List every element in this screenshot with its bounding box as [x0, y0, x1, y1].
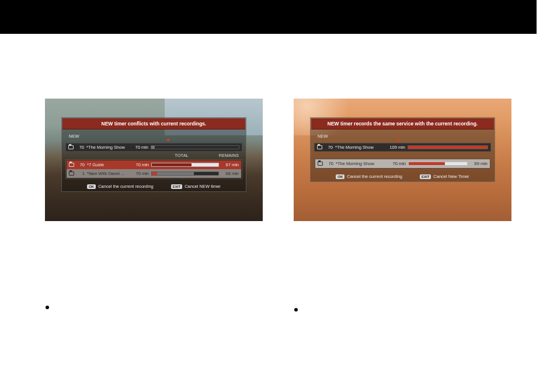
top-black-bar [0, 0, 537, 34]
progress-track [408, 162, 468, 166]
bullet-icon [46, 306, 49, 309]
th-remains: REMAINS [219, 153, 239, 158]
program-name: *7 Guide [87, 162, 129, 167]
table-row[interactable]: 1 *9am With David ... 70 min 68 min [67, 169, 241, 178]
ok-label: Cancel the current recording [347, 174, 402, 179]
duration: 70 min [131, 171, 149, 176]
duration: 109 min [388, 145, 405, 150]
duration: 70 min [131, 162, 149, 167]
remain: 69 min [470, 161, 488, 166]
ok-label: Cancel the current recording [98, 184, 154, 189]
screenshot-conflict: NEW timer conflicts with current recordi… [45, 99, 263, 221]
progress-track [151, 145, 239, 149]
time-marker-icon [396, 139, 400, 142]
ok-action[interactable]: OK Cancel the current recording [87, 184, 154, 189]
tv-icon [69, 163, 74, 167]
channel-number: 1 [76, 171, 85, 176]
progress-track [151, 163, 219, 167]
dialog-footer: OK Cancel the current recording EXIT Can… [311, 170, 495, 181]
ok-button: OK [336, 174, 344, 179]
exit-label: Cancel NEW timer [184, 184, 221, 189]
program-name: *The Morning Show [336, 161, 386, 166]
program-name: *The Morning Show [335, 145, 385, 150]
channel-number: 70 [76, 162, 85, 167]
tv-icon [69, 172, 74, 176]
channel-number: 70 [76, 145, 84, 150]
recordings-group: 70 *7 Guide 70 min 67 min 1 *9am With Da… [65, 159, 242, 179]
program-name: *9am With David ... [87, 171, 129, 176]
dialog-footer: OK Cancel the current recording EXIT Can… [62, 180, 246, 191]
dialog-title: NEW timer records the same service with … [311, 118, 494, 130]
remain: 68 min [221, 171, 239, 176]
ok-action[interactable]: OK Cancel the current recording [336, 174, 402, 179]
tv-icon [68, 145, 74, 149]
tv-icon [317, 145, 322, 149]
new-timer-row[interactable]: 70 *The Morning Show 109 min [314, 143, 491, 152]
dialog-same-service: NEW timer records the same service with … [310, 117, 495, 182]
table-header: TOTAL REMAINS [65, 152, 242, 159]
channel-number: 70 [325, 161, 333, 166]
exit-button: EXIT [420, 174, 431, 179]
exit-label: Cancel New Timer [433, 174, 469, 179]
th-total: TOTAL [175, 153, 188, 158]
screenshot-same-service: NEW timer records the same service with … [294, 99, 511, 221]
new-timer-row[interactable]: 70 *The Morning Show 70 min [65, 143, 242, 152]
ok-button: OK [87, 184, 96, 189]
dialog-conflict: NEW timer conflicts with current recordi… [61, 117, 246, 192]
tv-icon [318, 162, 323, 166]
table-row[interactable]: 70 *7 Guide 70 min 67 min [67, 160, 241, 169]
new-label: NEW [69, 134, 242, 139]
duration: 70 min [131, 145, 148, 150]
exit-action[interactable]: EXIT Cancel New Timer [420, 174, 469, 179]
exit-button: EXIT [171, 184, 182, 189]
channel-number: 70 [325, 145, 333, 150]
program-name: *The Morning Show [86, 145, 128, 150]
new-label: NEW [318, 134, 491, 139]
recordings-group: 70 *The Morning Show 70 min 69 min [314, 158, 491, 169]
remain: 67 min [221, 162, 239, 167]
page-content: NEW timer conflicts with current recordi… [0, 34, 557, 392]
bullet-icon [294, 308, 298, 312]
progress-track [408, 145, 488, 149]
dialog-title: NEW timer conflicts with current recordi… [62, 118, 245, 130]
table-row[interactable]: 70 *The Morning Show 70 min 69 min [315, 159, 490, 168]
duration: 70 min [388, 161, 406, 166]
progress-track [151, 172, 219, 176]
time-marker-icon [166, 139, 170, 142]
exit-action[interactable]: EXIT Cancel NEW timer [171, 184, 221, 189]
